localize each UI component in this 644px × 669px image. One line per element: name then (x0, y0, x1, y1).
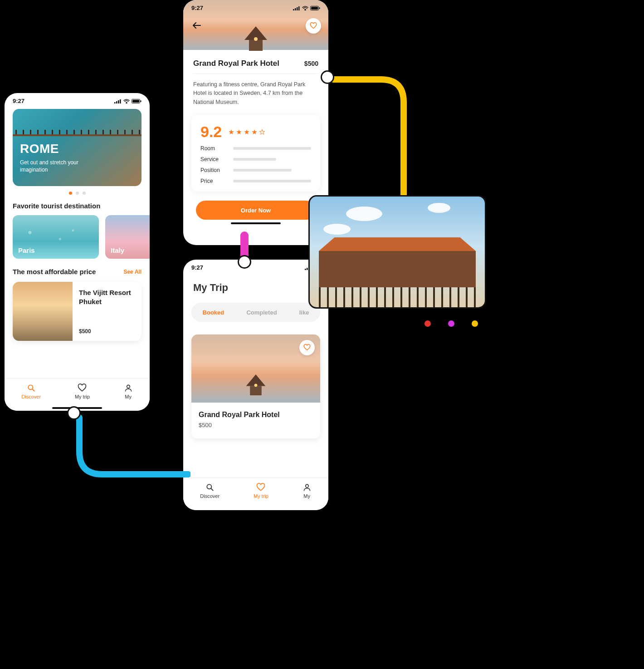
destination-row[interactable]: Paris Italy (5, 210, 150, 259)
heart-icon (78, 384, 87, 393)
decorative-dots (424, 320, 478, 327)
svg-point-26 (254, 384, 258, 387)
tab-bar: Discover My trip My (183, 477, 328, 510)
destination-label: Italy (111, 246, 124, 254)
battery-icon (132, 99, 141, 103)
search-icon (205, 483, 215, 492)
svg-line-8 (32, 389, 34, 391)
svg-rect-5 (132, 100, 139, 103)
tab-label: My (125, 394, 132, 399)
criteria-bar (233, 180, 311, 182)
cta-label: Order Now (241, 207, 271, 214)
tab-discover[interactable]: Discover (200, 483, 220, 499)
criteria-row: Position (200, 167, 311, 173)
star-icon (236, 129, 242, 135)
tab-my-trip[interactable]: My trip (254, 483, 268, 499)
user-icon (124, 384, 133, 393)
tab-label: My (303, 493, 310, 499)
criteria-row: Price (200, 178, 311, 184)
segment-like[interactable]: like (299, 309, 309, 316)
heart-icon (256, 483, 265, 492)
cellular-icon (114, 99, 122, 103)
trip-card-price: $500 (199, 422, 313, 428)
carousel-dot[interactable] (76, 192, 79, 195)
criteria-label: Price (200, 178, 226, 184)
svg-rect-2 (118, 100, 119, 103)
tab-my[interactable]: My (124, 384, 133, 399)
svg-rect-11 (295, 8, 296, 10)
tab-my[interactable]: My (302, 483, 312, 499)
criteria-row: Service (200, 156, 311, 162)
star-icon (251, 129, 258, 135)
status-icons (114, 99, 141, 103)
hotel-description: Featuring a fitness centre, Grand Royal … (183, 80, 328, 107)
trip-card[interactable]: Grand Royal Park Hotel $500 (191, 334, 320, 438)
status-time: 9:27 (13, 98, 24, 104)
svg-rect-25 (250, 386, 262, 395)
card-building-icon (242, 374, 269, 395)
back-button[interactable] (190, 19, 203, 32)
destination-label: Paris (18, 246, 35, 254)
star-icon (244, 129, 250, 135)
tab-bar: Discover My trip My (5, 378, 150, 411)
screen-my-trip: 9:27 My Trip Booked Completed like Grand… (183, 260, 328, 510)
rating-card: 9.2 Room Service Position Price (191, 115, 320, 192)
segment-completed[interactable]: Completed (246, 309, 277, 316)
heart-icon (303, 344, 311, 351)
destination-card-italy[interactable]: Italy (105, 215, 150, 259)
svg-rect-21 (307, 268, 308, 270)
heart-icon (310, 22, 317, 30)
battery-icon (310, 6, 320, 10)
rating-score: 9.2 (200, 123, 222, 141)
svg-rect-10 (293, 9, 294, 10)
destination-card-paris[interactable]: Paris (13, 215, 99, 259)
see-all-link[interactable]: See All (123, 269, 141, 275)
affordable-card-price: $500 (79, 328, 135, 334)
carousel-dot[interactable] (69, 192, 72, 195)
order-now-button[interactable]: Order Now (196, 201, 316, 220)
affordable-section-title: The most affordable price (13, 268, 96, 275)
svg-point-27 (207, 484, 211, 489)
trip-card-title: Grand Royal Park Hotel (199, 411, 313, 419)
hero-card[interactable]: ROME Get out and stretch your imaginatio… (13, 109, 141, 186)
rating-stars (228, 129, 265, 135)
tab-label: My trip (254, 493, 268, 499)
criteria-label: Position (200, 167, 226, 173)
wifi-icon (302, 6, 308, 10)
svg-point-7 (28, 385, 33, 389)
hero-subtitle: Get out and stretch your imagination (20, 159, 97, 173)
status-time: 9:27 (191, 264, 203, 271)
favorite-button[interactable] (306, 18, 321, 34)
decorative-photo-card (308, 195, 486, 309)
criteria-label: Room (200, 145, 226, 152)
criteria-bar (233, 169, 292, 172)
wifi-icon (123, 99, 130, 103)
tab-discover[interactable]: Discover (21, 384, 41, 399)
affordable-card[interactable]: The Vijitt Resort Phuket $500 (13, 282, 141, 341)
segment-booked[interactable]: Booked (203, 309, 224, 316)
svg-point-9 (127, 385, 130, 388)
hero-building-icon (240, 26, 272, 51)
svg-point-29 (305, 484, 308, 487)
svg-rect-0 (114, 102, 116, 103)
svg-rect-3 (120, 99, 121, 103)
criteria-bar (233, 158, 276, 161)
svg-rect-20 (305, 269, 306, 270)
user-icon (302, 483, 312, 492)
status-time: 9:27 (191, 5, 203, 11)
favorite-button[interactable] (299, 340, 315, 355)
criteria-label: Service (200, 156, 226, 162)
arrow-left-icon (193, 22, 201, 29)
hotel-price: $500 (304, 60, 318, 67)
tab-my-trip[interactable]: My trip (75, 384, 90, 399)
screen-hotel-detail: 9:27 Grand Royal Park Hotel $500 Featuri… (183, 0, 328, 245)
favorite-section-title: Favorite tourist destination (13, 202, 100, 210)
carousel-dot[interactable] (83, 192, 86, 195)
status-bar: 9:27 (5, 93, 150, 106)
tab-label: Discover (21, 394, 41, 399)
carousel-dots[interactable] (5, 192, 150, 195)
affordable-card-image (13, 282, 73, 341)
tab-label: My trip (75, 394, 90, 399)
hotel-title: Grand Royal Park Hotel (193, 59, 279, 68)
criteria-row: Room (200, 145, 311, 152)
